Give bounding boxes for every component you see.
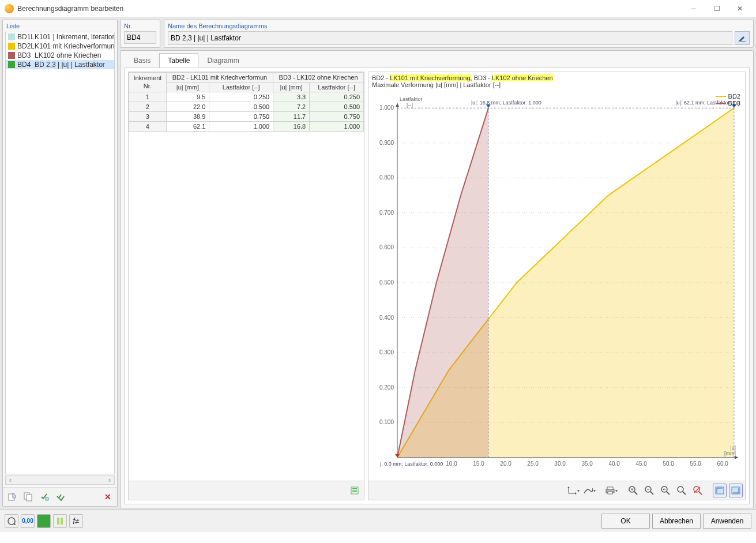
chart-area[interactable]: 0.1000.2000.3000.4000.5000.6000.7000.800…	[368, 91, 745, 481]
th-bd3-u: |u| [mm]	[273, 83, 310, 92]
svg-text:|u|: 16.8 mm; Lastfaktor: 1.00: |u|: 16.8 mm; Lastfaktor: 1.000	[471, 100, 541, 106]
svg-text:0.300: 0.300	[379, 349, 394, 355]
units-button[interactable]: 0,00	[21, 514, 35, 528]
svg-text:60.0: 60.0	[717, 460, 728, 467]
svg-line-62	[667, 492, 670, 495]
print-button[interactable]: ▾	[604, 484, 618, 497]
chart-column: BD2 - LK101 mit Kriechverformung, BD3 - …	[368, 72, 746, 500]
list-item[interactable]: BD1 LK101 | Inkrement, Iteration |	[6, 32, 114, 42]
scroll-right-icon[interactable]: ›	[105, 476, 114, 484]
legend-item: BD3	[716, 100, 740, 107]
svg-line-71	[14, 523, 16, 525]
chart-title: BD2 - LK101 mit Kriechverformung, BD3 - …	[368, 72, 745, 91]
color-toggle-button[interactable]	[37, 514, 51, 528]
data-table[interactable]: Inkrement Nr. BD2 - LK101 mit Kriechverf…	[129, 72, 364, 132]
copy-button[interactable]	[21, 490, 35, 504]
sidebar-panel: Liste BD1 LK101 | Inkrement, Iteration |…	[2, 20, 118, 507]
svg-point-63	[678, 486, 683, 492]
scroll-left-icon[interactable]: ‹	[6, 476, 15, 484]
edit-name-button[interactable]	[735, 31, 750, 45]
svg-text:40.0: 40.0	[608, 460, 620, 467]
svg-point-65	[694, 486, 699, 492]
export-table-button[interactable]	[348, 484, 362, 497]
th-bd3-lf: Lastfaktor [--]	[310, 83, 364, 92]
close-button[interactable]: ✕	[728, 1, 751, 17]
svg-text:30.0: 30.0	[554, 460, 566, 467]
svg-line-55	[634, 492, 637, 495]
cancel-button[interactable]: Abbrechen	[652, 514, 701, 529]
tab[interactable]: Tabelle	[159, 53, 198, 68]
th-inc1: Inkrement	[133, 74, 161, 81]
app-icon	[5, 4, 14, 13]
curve-style-button[interactable]: ▾	[582, 484, 596, 497]
th-bd2-lf: Lastfaktor [--]	[209, 83, 273, 92]
nr-input[interactable]	[124, 31, 156, 44]
tab-bar: BasisTabelleDiagramm	[121, 51, 753, 68]
help-button[interactable]	[5, 514, 18, 528]
header-row: Nr. Name des Berechnungsdiagramms	[120, 20, 754, 48]
svg-text:0.700: 0.700	[379, 209, 394, 216]
table-row[interactable]: 2 22.00.500 7.20.500	[129, 102, 364, 112]
svg-text:20.0: 20.0	[500, 460, 511, 467]
svg-rect-6	[352, 488, 357, 489]
diagram-list[interactable]: BD1 LK101 | Inkrement, Iteration | BD2 L…	[5, 32, 115, 474]
check-all-button[interactable]	[54, 490, 67, 504]
tab[interactable]: Diagramm	[198, 53, 247, 68]
list-item[interactable]: BD3 LK102 ohne Kriechen	[6, 51, 114, 60]
tab[interactable]: Basis	[125, 53, 159, 68]
list-item[interactable]: BD2 LK101 mit Kriechverformung	[6, 42, 114, 51]
svg-text:0.800: 0.800	[379, 174, 394, 181]
hscrollbar[interactable]: ‹ ›	[5, 475, 115, 485]
tab-body: Inkrement Nr. BD2 - LK101 mit Kriechverf…	[124, 68, 750, 504]
svg-text:1.000: 1.000	[379, 104, 394, 111]
color-chip	[8, 43, 15, 50]
color-chip	[8, 33, 15, 40]
function-button[interactable]: f≠	[69, 514, 83, 528]
zoom-fit-button[interactable]	[675, 484, 689, 497]
table-row[interactable]: 4 62.11.000 16.81.000	[129, 122, 364, 132]
axes-button[interactable]: ▾	[566, 484, 580, 497]
svg-text:25.0: 25.0	[527, 460, 539, 467]
sidebar-toolbar: ✕	[3, 487, 117, 506]
svg-text:[--]: [--]	[407, 102, 413, 108]
legend-item: BD2	[716, 93, 740, 100]
svg-line-64	[683, 492, 686, 495]
svg-text:35.0: 35.0	[581, 460, 593, 467]
zoom-prev-button[interactable]	[659, 484, 672, 497]
new-button[interactable]	[5, 490, 19, 504]
svg-rect-53	[608, 492, 612, 494]
chart-legend: BD2BD3	[716, 93, 740, 107]
delete-button[interactable]: ✕	[101, 490, 115, 504]
list-item[interactable]: BD4 BD 2,3 | |u| | Lastfaktor	[6, 60, 114, 69]
table-row[interactable]: 1 9.50.250 3.30.250	[129, 92, 364, 102]
svg-line-59	[650, 492, 653, 495]
name-input[interactable]	[168, 31, 732, 45]
name-label: Name des Berechnungsdiagramms	[168, 23, 750, 29]
apply-button[interactable]: Anwenden	[703, 514, 751, 529]
zoom-off-button[interactable]	[691, 484, 705, 497]
layers-button[interactable]	[53, 514, 67, 528]
svg-rect-72	[57, 518, 59, 525]
list-item-label: BD 2,3 | |u| | Lastfaktor	[35, 61, 105, 69]
color-chip	[8, 52, 15, 59]
svg-text:|u|: |u|	[730, 445, 736, 451]
svg-rect-7	[352, 490, 357, 492]
svg-rect-3	[46, 497, 48, 500]
th-group1: BD2 - LK101 mit Kriechverformun	[166, 73, 273, 83]
list-item-id: BD1	[17, 33, 31, 41]
view-mode-2-button[interactable]	[729, 484, 743, 497]
pencil-icon	[738, 34, 746, 42]
titlebar: Berechnungsdiagramm bearbeiten ─ ☐ ✕	[0, 0, 756, 17]
table-row[interactable]: 3 38.90.750 11.70.750	[129, 112, 364, 122]
maximize-button[interactable]: ☐	[705, 1, 728, 17]
th-group2: BD3 - LK102 ohne Kriechen	[273, 73, 364, 83]
th-inc2: Nr.	[144, 83, 152, 89]
view-mode-1-button[interactable]	[713, 484, 727, 497]
check-single-button[interactable]	[37, 490, 51, 504]
svg-text:0.900: 0.900	[379, 140, 394, 146]
minimize-button[interactable]: ─	[682, 1, 705, 17]
zoom-in-button[interactable]	[626, 484, 640, 497]
list-item-label: LK102 ohne Kriechen	[35, 51, 101, 59]
zoom-out-button[interactable]	[642, 484, 656, 497]
ok-button[interactable]: OK	[601, 514, 650, 529]
